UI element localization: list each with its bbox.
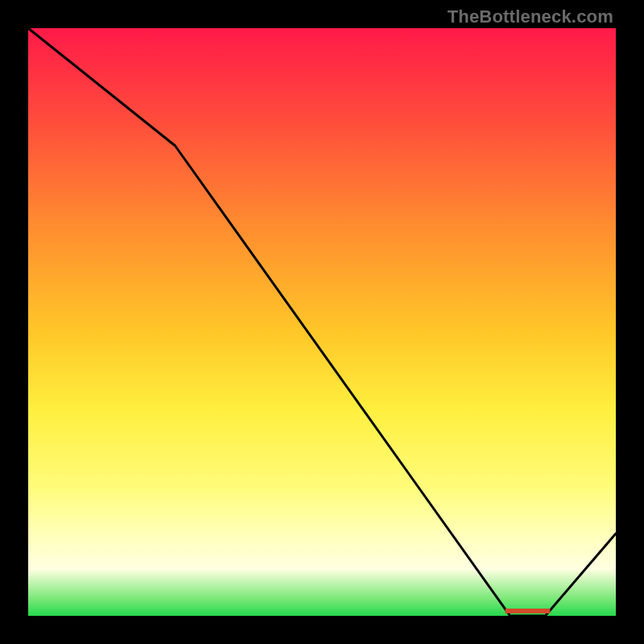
bottleneck-curve bbox=[28, 28, 616, 616]
optimal-marker bbox=[506, 609, 551, 613]
plot-area bbox=[28, 28, 616, 616]
bottleneck-curve-svg bbox=[28, 28, 616, 616]
chart-frame: TheBottleneck.com bbox=[0, 0, 644, 644]
attribution-label: TheBottleneck.com bbox=[448, 6, 613, 27]
